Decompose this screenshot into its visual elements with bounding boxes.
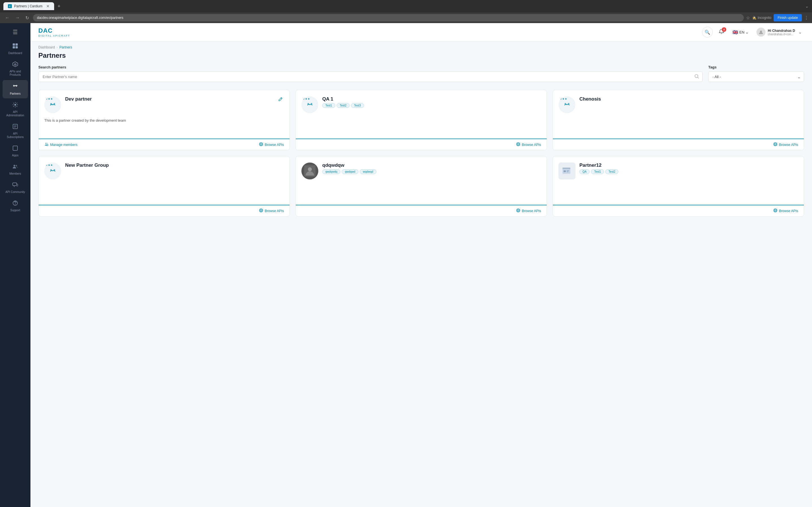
svg-rect-3	[15, 46, 18, 48]
partner-card-partner12[interactable]: Partner12 QA Test1 Test2	[553, 156, 804, 217]
reload-button[interactable]: ↻	[24, 15, 31, 21]
back-button[interactable]: ←	[3, 15, 11, 21]
svg-rect-10	[13, 146, 17, 151]
sidebar: ☰ Dashboard APIs and Products	[0, 23, 31, 507]
sidebar-item-apps[interactable]: Apps	[3, 142, 28, 160]
sidebar-item-partners[interactable]: Partners	[3, 80, 28, 98]
apis-products-icon	[12, 61, 18, 69]
logo-text: DAC	[38, 27, 70, 34]
incognito-icon: 🕵	[752, 16, 756, 20]
partner-tag: qwdqwdq	[322, 169, 340, 174]
partner-card-body-qa1: ★ ★ ★	[296, 90, 547, 138]
forward-button[interactable]: →	[13, 15, 21, 21]
manage-members-button[interactable]: Manage members	[44, 142, 78, 147]
svg-rect-2	[13, 46, 15, 48]
partner-card-chenosis[interactable]: ★ ★ ★	[553, 90, 804, 151]
user-menu[interactable]: Hi Chandrahas D chandrahas.d+con... ⌄	[754, 26, 804, 38]
new-tab-button[interactable]: +	[56, 3, 62, 9]
partner-name-qa1: QA 1	[322, 96, 541, 102]
notifications-button[interactable]: 0	[716, 27, 727, 38]
partner-card-new-partner-group[interactable]: ★ ★ ★	[38, 156, 290, 217]
browse-apis-icon	[773, 142, 777, 147]
api-admin-icon	[12, 102, 18, 109]
sidebar-item-label-support: Support	[10, 209, 20, 212]
dashboard-icon	[12, 43, 18, 50]
user-chevron-icon: ⌄	[799, 30, 802, 34]
sidebar-item-dashboard[interactable]: Dashboard	[3, 40, 28, 58]
breadcrumb-dashboard-link[interactable]: Dashboard	[38, 45, 55, 49]
finish-update-button[interactable]: Finish update	[774, 14, 802, 21]
language-selector[interactable]: 🇬🇧 EN ⌄	[730, 28, 751, 37]
svg-point-8	[14, 104, 16, 106]
partner-card-header-qdq: qdqwdqw qwdqwdq qwdqwd wqdwqd	[301, 163, 541, 179]
search-input[interactable]	[38, 71, 703, 82]
partner-card-header-p12: Partner12 QA Test1 Test2	[559, 163, 798, 179]
partner-tags-qdq: qwdqwdq qwdqwd wqdwqd	[322, 169, 541, 174]
browse-apis-button-npg[interactable]: Browse APIs	[259, 208, 284, 214]
partner-card-qa1[interactable]: ★ ★ ★	[296, 90, 547, 151]
partner-tag: wqdwqd	[360, 169, 376, 174]
browse-apis-label-npg: Browse APIs	[265, 209, 284, 213]
browser-tab[interactable]: C Partners | Cardium ✕	[3, 2, 54, 10]
sidebar-item-apis-products[interactable]: APIs and Products	[3, 58, 28, 79]
header-search-button[interactable]: 🔍	[702, 27, 713, 38]
svg-rect-37	[562, 168, 570, 169]
logo-sub: DIGITAL APICRAFT	[38, 34, 70, 37]
browse-apis-button-p12[interactable]: Browse APIs	[773, 208, 798, 214]
browse-apis-button-qa1[interactable]: Browse APIs	[516, 142, 541, 147]
page-content: Dashboard › Partners Partners Search par…	[31, 41, 812, 507]
tags-label: Tags	[708, 65, 804, 69]
partner-card-footer-p12: Browse APIs	[553, 205, 804, 216]
breadcrumb-current: Partners	[59, 45, 72, 49]
address-bar: ← → ↻ ☆ 🕵 Incognito Finish update ⋮	[0, 12, 812, 23]
browse-apis-icon	[259, 208, 263, 214]
browse-apis-button-chenosis[interactable]: Browse APIs	[773, 142, 798, 147]
partner-avatar-p12	[559, 163, 575, 179]
svg-point-17	[695, 74, 698, 77]
partner-tag: Test2	[605, 169, 618, 174]
sidebar-menu-button[interactable]: ☰	[10, 26, 20, 38]
partner-tag: QA	[579, 169, 590, 174]
bookmark-button[interactable]: ☆	[746, 15, 750, 20]
partner-card-footer-chenosis: Browse APIs	[553, 138, 804, 150]
sidebar-item-members[interactable]: Members	[3, 161, 28, 178]
partner-avatar-qa1: ★ ★ ★	[301, 96, 318, 113]
partner-card-qdqwdqw[interactable]: qdqwdqw qwdqwdq qwdqwd wqdwqd	[296, 156, 547, 217]
incognito-label: Incognito	[758, 16, 771, 20]
svg-rect-38	[564, 170, 566, 172]
partner-info-npg: New Partner Group	[65, 163, 284, 169]
tab-chevron-icon[interactable]: ⌄	[805, 4, 809, 8]
svg-rect-0	[13, 43, 15, 46]
sidebar-item-label-partners: Partners	[10, 92, 20, 96]
sidebar-item-api-subs[interactable]: API Subscriptions	[3, 121, 28, 142]
partner-info-qa1: QA 1 Test1 Test2 Test3	[322, 96, 541, 108]
sidebar-item-api-admin[interactable]: API Administration	[3, 99, 28, 120]
search-icon-button[interactable]	[694, 74, 699, 80]
partners-grid: ★ ★ ★	[38, 90, 804, 217]
incognito-button[interactable]: 🕵 Incognito	[752, 16, 771, 20]
address-input[interactable]	[33, 14, 744, 21]
browse-apis-label-qdq: Browse APIs	[522, 209, 541, 213]
partner-card-dev-partner[interactable]: ★ ★ ★	[38, 90, 290, 151]
browse-apis-button[interactable]: Browse APIs	[259, 142, 284, 147]
user-email: chandrahas.d+con...	[768, 33, 795, 36]
partner-name-qdq: qdqwdqw	[322, 163, 541, 168]
partner-info: Dev partner	[65, 96, 284, 103]
partner-info-qdq: qdqwdqw qwdqwdq qwdqwd wqdwqd	[322, 163, 541, 174]
partner-info-chenosis: Chenosis	[579, 96, 798, 103]
tab-label: Partners | Cardium	[14, 4, 42, 8]
svg-point-11	[13, 165, 15, 166]
browse-apis-button-qdq[interactable]: Browse APIs	[516, 208, 541, 214]
tags-select[interactable]: - All -	[708, 71, 804, 82]
partner-edit-button[interactable]	[277, 96, 284, 103]
more-options-button[interactable]: ⋮	[804, 15, 809, 20]
sidebar-item-api-community[interactable]: API Community	[3, 179, 28, 196]
header: DAC DIGITAL APICRAFT 🔍 0 🇬🇧 EN ⌄	[31, 23, 812, 41]
sidebar-item-support[interactable]: Support	[3, 197, 28, 215]
tab-close-btn[interactable]: ✕	[46, 4, 50, 8]
partner-avatar: ★ ★ ★	[44, 96, 61, 113]
svg-point-31	[54, 169, 55, 171]
partner-card-body-p12: Partner12 QA Test1 Test2	[553, 156, 804, 205]
partner-card-header-qa1: ★ ★ ★	[301, 96, 541, 113]
browse-apis-icon	[259, 142, 263, 147]
